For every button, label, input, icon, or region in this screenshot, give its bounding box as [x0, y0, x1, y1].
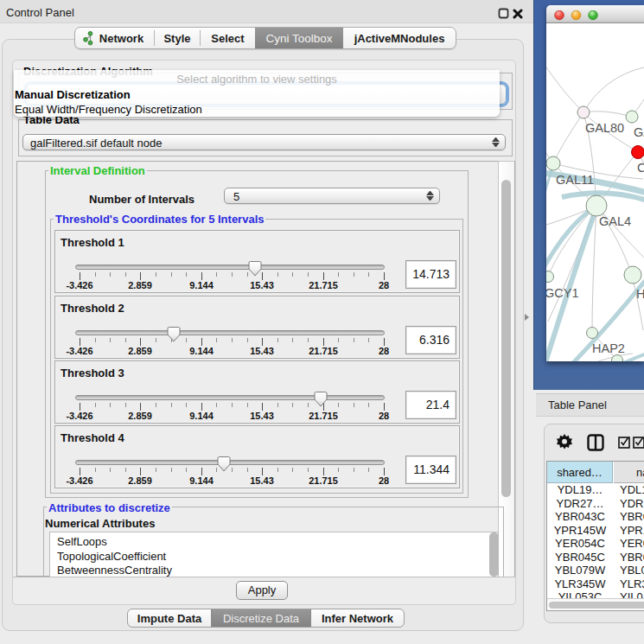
- svg-text:GAL4: GAL4: [599, 214, 631, 228]
- svg-text:H: H: [636, 287, 644, 301]
- svg-text:GA: GA: [634, 125, 644, 139]
- svg-text:GCY1: GCY1: [546, 286, 579, 300]
- svg-text:HAP2: HAP2: [592, 341, 625, 355]
- svg-text:C: C: [637, 161, 644, 175]
- svg-text:GAL80: GAL80: [585, 121, 624, 135]
- svg-text:GAL11: GAL11: [556, 173, 594, 187]
